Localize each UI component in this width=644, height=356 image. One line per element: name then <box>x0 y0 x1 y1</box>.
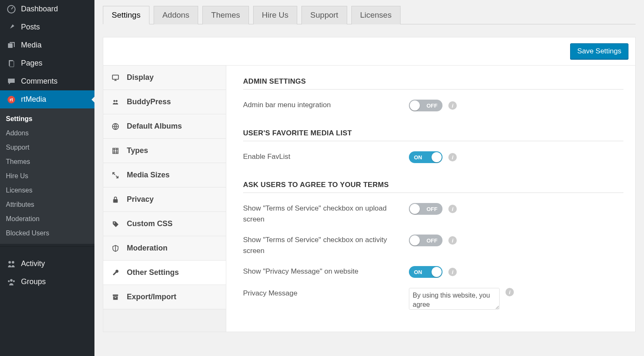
setting-row-privacy-toggle: Show "Privacy Message" on website ON i <box>243 266 623 278</box>
toggle-knob <box>410 204 420 214</box>
tab-themes[interactable]: Themes <box>202 6 249 24</box>
activity-icon <box>6 260 17 268</box>
sidebar-item-label: rtMedia <box>21 95 46 104</box>
info-icon[interactable]: i <box>448 268 457 276</box>
sidebar-item-label: Dashboard <box>21 5 58 13</box>
tab-bar: Settings Addons Themes Hire Us Support L… <box>103 6 636 24</box>
sidenav-label: Moderation <box>127 244 168 253</box>
toggle-favlist[interactable]: ON <box>409 151 442 163</box>
sidebar-item-posts[interactable]: Posts <box>0 18 94 36</box>
groups-icon <box>6 278 17 286</box>
sidebar-item-label: Groups <box>21 277 46 286</box>
toggle-label: OFF <box>427 206 437 212</box>
sidenav-css[interactable]: Custom CSS <box>103 212 226 236</box>
tag-icon <box>112 220 121 228</box>
sidenav-label: BuddyPress <box>127 98 171 106</box>
setting-label: Privacy Message <box>243 288 409 299</box>
sidenav-other[interactable]: Other Settings <box>103 261 226 285</box>
section-title-favlist: USER'S FAVORITE MEDIA LIST <box>243 129 623 141</box>
globe-icon <box>112 123 121 130</box>
svg-point-13 <box>113 100 115 102</box>
svg-point-7 <box>8 261 11 264</box>
wp-admin-sidebar: Dashboard Posts Media Pages Comments rt … <box>0 0 94 356</box>
submenu-item-moderation[interactable]: Moderation <box>0 212 94 226</box>
svg-point-2 <box>13 43 14 45</box>
sidebar-submenu: Settings Addons Support Themes Hire Us L… <box>0 108 94 244</box>
submenu-item-licenses[interactable]: Licenses <box>0 183 94 198</box>
sidenav-privacy[interactable]: Privacy <box>103 187 226 212</box>
submenu-item-blocked[interactable]: Blocked Users <box>0 226 94 240</box>
toggle-label: ON <box>414 269 422 275</box>
pages-icon <box>6 59 17 68</box>
toggle-knob <box>432 267 442 277</box>
toggle-tos-upload[interactable]: OFF <box>409 203 442 215</box>
submenu-item-settings[interactable]: Settings <box>0 112 94 126</box>
save-settings-button[interactable]: Save Settings <box>570 43 628 59</box>
sidebar-item-dashboard[interactable]: Dashboard <box>0 0 94 18</box>
settings-content: ADMIN SETTINGS Admin bar menu integratio… <box>226 66 636 332</box>
submenu-item-themes[interactable]: Themes <box>0 155 94 169</box>
svg-rect-12 <box>113 75 118 79</box>
info-icon[interactable]: i <box>448 205 457 213</box>
sidenav-export[interactable]: Export/Import <box>103 285 226 309</box>
sidenav-buddypress[interactable]: BuddyPress <box>103 90 226 114</box>
setting-row-tos-activity: Show "Terms of Service" checkbox on acti… <box>243 235 623 256</box>
wrench-icon <box>112 269 121 277</box>
toggle-privacy-message[interactable]: ON <box>409 266 442 278</box>
svg-rect-1 <box>8 43 13 48</box>
info-icon[interactable]: i <box>448 101 457 110</box>
info-icon[interactable]: i <box>448 236 457 245</box>
tab-support[interactable]: Support <box>301 6 347 24</box>
privacy-message-textarea[interactable] <box>409 288 500 310</box>
sidebar-item-pages[interactable]: Pages <box>0 54 94 72</box>
settings-sidenav: Display BuddyPress Default Albums Types … <box>103 66 226 332</box>
sidebar-item-label: Activity <box>21 259 45 268</box>
sidebar-item-label: Comments <box>21 77 58 86</box>
setting-row-tos-upload: Show "Terms of Service" checkbox on uplo… <box>243 203 623 224</box>
sidenav-label: Other Settings <box>127 268 179 277</box>
section-title-admin: ADMIN SETTINGS <box>243 77 623 90</box>
info-icon[interactable]: i <box>448 153 457 161</box>
sidebar-item-activity[interactable]: Activity <box>0 255 94 273</box>
sidebar-item-label: Media <box>21 41 42 50</box>
sidenav-label: Media Sizes <box>127 171 170 179</box>
tab-licenses[interactable]: Licenses <box>351 6 401 24</box>
sidenav-display[interactable]: Display <box>103 66 226 90</box>
sidebar-item-label: Posts <box>21 23 40 32</box>
tab-addons[interactable]: Addons <box>154 6 198 24</box>
sidebar-item-comments[interactable]: Comments <box>0 72 94 90</box>
setting-row-favlist: Enable FavList ON i <box>243 151 623 163</box>
media-icon <box>6 41 17 50</box>
settings-panel: Display BuddyPress Default Albums Types … <box>103 66 636 332</box>
tab-settings[interactable]: Settings <box>103 6 149 24</box>
sidenav-moderation[interactable]: Moderation <box>103 236 226 261</box>
sidenav-albums[interactable]: Default Albums <box>103 114 226 139</box>
toggle-adminbar[interactable]: OFF <box>409 100 442 111</box>
svg-rect-21 <box>115 297 116 298</box>
sidebar-item-media[interactable]: Media <box>0 36 94 54</box>
svg-rect-20 <box>113 296 118 300</box>
tab-hireus[interactable]: Hire Us <box>253 6 297 24</box>
sidebar-item-groups[interactable]: Groups <box>0 273 94 291</box>
submenu-item-hireus[interactable]: Hire Us <box>0 169 94 183</box>
dashboard-icon <box>6 5 17 13</box>
sidenav-sizes[interactable]: Media Sizes <box>103 163 226 187</box>
submenu-item-support[interactable]: Support <box>0 140 94 155</box>
sidebar-item-rtmedia[interactable]: rt rtMedia <box>0 90 94 108</box>
info-icon[interactable]: i <box>505 288 514 296</box>
submenu-item-attributes[interactable]: Attributes <box>0 198 94 212</box>
film-icon <box>112 147 121 155</box>
sidenav-label: Display <box>127 73 154 82</box>
sidenav-label: Custom CSS <box>127 219 173 228</box>
sidenav-types[interactable]: Types <box>103 139 226 163</box>
rtmedia-icon: rt <box>6 95 17 104</box>
setting-label: Show "Terms of Service" checkbox on acti… <box>243 235 409 256</box>
submenu-item-addons[interactable]: Addons <box>0 126 94 140</box>
archive-icon <box>112 293 121 301</box>
setting-label: Show "Terms of Service" checkbox on uplo… <box>243 203 409 224</box>
sidenav-label: Privacy <box>127 195 154 204</box>
toggle-tos-activity[interactable]: OFF <box>409 235 442 246</box>
svg-rect-17 <box>113 199 118 203</box>
setting-label: Show "Privacy Message" on website <box>243 266 409 277</box>
sidebar-separator <box>0 246 94 255</box>
